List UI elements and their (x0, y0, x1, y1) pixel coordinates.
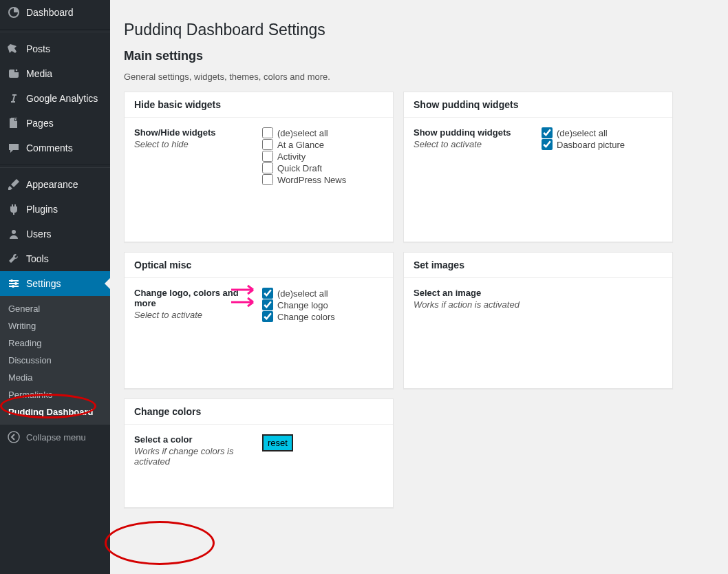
italic-icon (7, 92, 21, 105)
sidebar-item-label: Posts (26, 43, 50, 54)
sidebar-item-users[interactable]: Users (0, 222, 110, 246)
checkbox-input[interactable] (262, 127, 273, 138)
submenu-item-puddinq-dashboard[interactable]: Puddinq Dashboard (0, 403, 110, 421)
dashboard-icon (7, 6, 21, 19)
checkbox-input[interactable] (262, 151, 273, 162)
svg-point-0 (16, 70, 18, 72)
sidebar-item-posts[interactable]: Posts (0, 36, 110, 61)
submenu-item-discussion[interactable]: Discussion (0, 352, 110, 369)
submenu-item-reading[interactable]: Reading (0, 334, 110, 352)
field-hint: Select to activate (414, 139, 542, 149)
sidebar-item-label: Google Analytics (26, 93, 98, 104)
checkbox-input[interactable] (262, 311, 273, 322)
sidebar-item-label: Dashboard (26, 7, 74, 18)
checkbox-label: (de)select all (557, 128, 608, 138)
sidebar-item-settings[interactable]: Settings (0, 271, 110, 296)
admin-sidebar: Dashboard Posts Media Google Analytics P… (0, 0, 110, 574)
svg-point-6 (10, 279, 13, 282)
sidebar-item-tools[interactable]: Tools (0, 246, 110, 271)
field-label: Select an image (414, 288, 663, 298)
sidebar-item-label: Settings (26, 278, 61, 289)
sidebar-item-dashboard[interactable]: Dashboard (0, 0, 110, 25)
submenu-item-general[interactable]: General (0, 300, 110, 317)
comments-icon (7, 141, 21, 155)
sidebar-item-label: Comments (26, 142, 73, 153)
checkbox-input[interactable] (262, 174, 273, 185)
reset-button[interactable]: reset (262, 434, 293, 451)
settings-icon (7, 277, 21, 290)
sidebar-item-label: Tools (26, 253, 49, 264)
settings-submenu: General Writing Reading Discussion Media… (0, 296, 110, 425)
content-area: Puddinq Dashboard Settings Main settings… (110, 0, 728, 574)
brush-icon (7, 178, 21, 191)
sidebar-item-label: Pages (26, 118, 54, 129)
svg-point-2 (12, 230, 16, 234)
change-colors-box: Change colors Select a color Works if ch… (124, 398, 394, 508)
hide-basic-widgets-box: Hide basic widgets Show/Hide widgets Sel… (124, 92, 394, 242)
checkbox-input[interactable] (542, 127, 553, 138)
pin-icon (7, 42, 21, 56)
menu-separator (0, 164, 110, 168)
box-header: Change colors (125, 399, 393, 425)
checkbox-deselect-all[interactable]: (de)select all (542, 127, 663, 138)
checkbox-input[interactable] (262, 162, 273, 173)
sidebar-item-appearance[interactable]: Appearance (0, 172, 110, 197)
field-hint: Select to hide (134, 139, 262, 149)
checkbox-change-logo[interactable]: Change logo (262, 299, 383, 310)
checkbox-label: Change colors (277, 312, 335, 322)
sidebar-item-label: Appearance (26, 179, 78, 190)
checkbox-at-a-glance[interactable]: At a Glance (262, 139, 383, 150)
checkbox-input[interactable] (262, 299, 273, 310)
sidebar-item-google-analytics[interactable]: Google Analytics (0, 86, 110, 111)
box-header: Hide basic widgets (125, 92, 393, 118)
field-hint: Select to activate (134, 310, 262, 320)
page-title: Puddinq Dashboard Settings (124, 21, 714, 39)
set-images-box: Set images Select an image Works if acti… (403, 252, 673, 389)
checkbox-deselect-all[interactable]: (de)select all (262, 288, 383, 299)
checkbox-quick-draft[interactable]: Quick Draft (262, 162, 383, 173)
svg-point-9 (8, 432, 19, 443)
svg-point-7 (14, 282, 17, 285)
tools-icon (7, 252, 21, 266)
field-hint: Works if action is activated (414, 299, 663, 310)
field-label: Select a color (134, 434, 262, 445)
checkbox-wordpress-news[interactable]: WordPress News (262, 174, 383, 185)
submenu-item-writing[interactable]: Writing (0, 317, 110, 334)
plug-icon (7, 202, 21, 216)
checkbox-label: Change logo (277, 300, 328, 310)
svg-rect-1 (11, 118, 17, 118)
checkbox-label: Dasboard picture (557, 140, 625, 150)
collapse-icon (7, 430, 21, 444)
box-header: Set images (404, 253, 672, 278)
checkbox-deselect-all[interactable]: (de)select all (262, 127, 383, 138)
checkbox-input[interactable] (262, 139, 273, 150)
sidebar-item-label: Media (26, 68, 52, 79)
checkbox-dashboard-picture[interactable]: Dasboard picture (542, 139, 663, 150)
field-label: Show puddinq widgets (414, 127, 542, 138)
svg-point-8 (12, 285, 14, 288)
users-icon (7, 227, 21, 241)
box-header: Optical misc (125, 253, 393, 278)
submenu-item-permalinks[interactable]: Permalinks (0, 386, 110, 403)
field-label: Show/Hide widgets (134, 127, 262, 138)
checkbox-input[interactable] (262, 288, 273, 299)
sidebar-item-media[interactable]: Media (0, 61, 110, 86)
submenu-item-media[interactable]: Media (0, 369, 110, 386)
sidebar-item-pages[interactable]: Pages (0, 111, 110, 136)
checkbox-change-colors[interactable]: Change colors (262, 311, 383, 322)
checkbox-label: WordPress News (277, 175, 346, 185)
sidebar-item-comments[interactable]: Comments (0, 136, 110, 160)
checkbox-label: Quick Draft (277, 163, 322, 173)
checkbox-label: (de)select all (277, 128, 328, 138)
pages-icon (7, 116, 21, 130)
media-icon (7, 67, 21, 81)
menu-separator (0, 29, 110, 32)
checkbox-input[interactable] (542, 139, 553, 150)
sidebar-item-plugins[interactable]: Plugins (0, 197, 110, 222)
sidebar-item-label: Plugins (26, 204, 58, 215)
sidebar-item-label: Users (26, 228, 52, 240)
box-header: Show puddinq widgets (404, 92, 672, 118)
collapse-menu[interactable]: Collapse menu (0, 425, 110, 449)
checkbox-label: Activity (277, 151, 306, 162)
checkbox-activity[interactable]: Activity (262, 151, 383, 162)
